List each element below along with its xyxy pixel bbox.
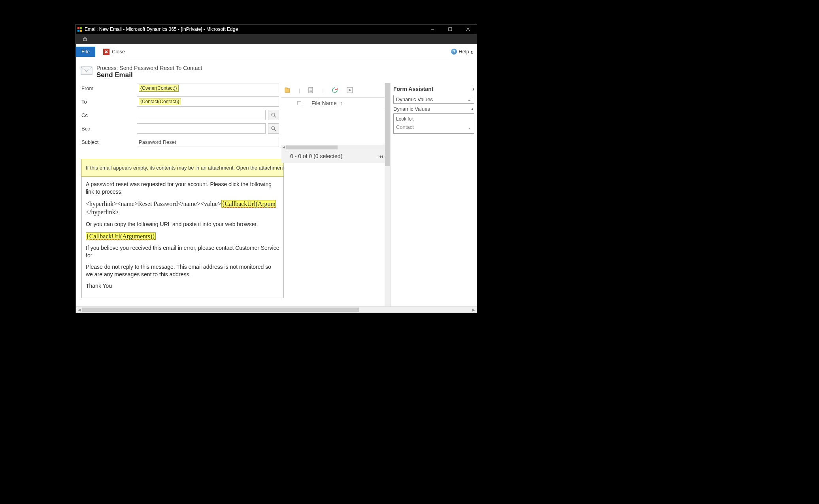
attachments-column: | | File Name ↑ ◀ <box>281 83 391 306</box>
process-title: Process: Send Password Reset To Contact <box>96 65 202 71</box>
from-field[interactable]: {Owner(Contact)} <box>137 83 279 93</box>
body-p6: Please do not reply to this message. Thi… <box>86 263 279 278</box>
email-body[interactable]: A password reset was requested for your … <box>81 177 284 298</box>
chevron-right-icon: › <box>472 85 474 92</box>
svg-rect-13 <box>285 88 287 89</box>
svg-point-10 <box>272 126 275 130</box>
subject-label: Subject <box>81 139 137 145</box>
from-label: From <box>81 85 137 91</box>
attach-new-button[interactable] <box>284 86 292 94</box>
attachments-toolbar: | | <box>281 83 391 97</box>
filename-column[interactable]: File Name <box>311 100 337 106</box>
cc-lookup-button[interactable] <box>268 110 279 120</box>
subject-input[interactable] <box>139 139 277 145</box>
scroll-left-icon[interactable]: ◀ <box>76 307 82 313</box>
chevron-down-icon: ▾ <box>471 50 473 54</box>
scroll-thumb[interactable] <box>286 145 338 149</box>
page-first-icon[interactable]: ⏮ <box>378 153 383 159</box>
to-label: To <box>81 99 137 105</box>
mid-vscroll[interactable] <box>385 83 391 306</box>
mid-scroll-thumb[interactable] <box>385 83 390 166</box>
filelist-hscroll[interactable]: ◀ <box>281 145 391 149</box>
attachment-notice: If this email appears empty, its content… <box>81 159 284 177</box>
filelist-body <box>281 109 391 145</box>
body-p1: A password reset was requested for your … <box>86 181 279 196</box>
checkbox-icon[interactable] <box>297 101 301 105</box>
security-bar <box>76 34 477 44</box>
cc-label: Cc <box>81 112 137 118</box>
help-label: Help <box>459 49 469 55</box>
close-icon <box>103 49 109 55</box>
scroll-thumb[interactable] <box>82 308 359 312</box>
from-token: {Owner(Contact)} <box>139 85 179 92</box>
attach-run-button[interactable] <box>346 86 354 94</box>
svg-rect-4 <box>83 38 87 41</box>
search-icon <box>271 112 276 118</box>
bcc-label: Bcc <box>81 126 137 132</box>
callback-token-1: {CallbackUrl(Argum <box>221 200 276 208</box>
svg-rect-1 <box>449 28 452 31</box>
sort-asc-icon: ↑ <box>340 100 343 106</box>
close-label: Close <box>112 49 125 55</box>
page-title: Send Email <box>96 71 202 79</box>
to-field[interactable]: {Contact(Contact)} <box>137 96 279 107</box>
cc-field[interactable] <box>137 110 266 120</box>
lock-icon <box>82 36 88 43</box>
body-token-line: {CallbackUrl(Arguments)} <box>86 232 279 241</box>
form-assistant-header[interactable]: Form Assistant › <box>393 85 474 95</box>
minimize-button[interactable] <box>423 25 441 34</box>
form-body: From {Owner(Contact)} To {Contact(Contac… <box>76 83 477 306</box>
file-button[interactable]: File <box>76 47 95 57</box>
subject-field[interactable] <box>137 137 279 147</box>
lookfor-label: Look for: <box>396 116 472 122</box>
chevron-down-icon: ⌄ <box>467 96 472 102</box>
lookfor-select[interactable]: Contact ⌄ <box>396 123 472 131</box>
bcc-lookup-button[interactable] <box>268 123 279 134</box>
svg-point-8 <box>272 113 275 116</box>
app-logo-icon <box>77 27 82 32</box>
close-button[interactable]: Close <box>103 49 125 55</box>
filelist-header[interactable]: File Name ↑ <box>281 97 391 109</box>
help-button[interactable]: ? Help ▾ <box>451 49 473 55</box>
attach-template-button[interactable] <box>307 86 315 94</box>
svg-line-9 <box>274 116 276 117</box>
menu-bar: File Close ? Help ▾ <box>76 44 477 59</box>
chevron-down-icon: ⌄ <box>467 124 472 130</box>
help-icon: ? <box>451 49 457 55</box>
svg-line-11 <box>274 129 276 131</box>
callback-token-2: {CallbackUrl(Arguments)} <box>86 232 156 240</box>
svg-marker-19 <box>349 89 351 92</box>
dynamic-values-section[interactable]: Dynamic Values ▲ <box>393 104 474 113</box>
bcc-field[interactable] <box>137 123 266 134</box>
scroll-right-icon[interactable]: ▶ <box>470 307 477 313</box>
window-hscroll[interactable]: ◀ ▶ <box>76 306 477 313</box>
maximize-button[interactable] <box>441 25 459 34</box>
form-assistant-panel: Form Assistant › Dynamic Values ⌄ Dynami… <box>391 83 477 306</box>
to-token: {Contact(Contact)} <box>139 98 181 105</box>
body-p7: Thank You <box>86 282 279 290</box>
lookfor-box: Look for: Contact ⌄ <box>393 113 474 134</box>
window-title: Email: New Email - Microsoft Dynamics 36… <box>85 26 423 32</box>
fields-column: From {Owner(Contact)} To {Contact(Contac… <box>76 83 281 306</box>
collapse-up-icon: ▲ <box>470 107 474 111</box>
title-bar: Email: New Email - Microsoft Dynamics 36… <box>76 25 477 34</box>
scroll-left-icon[interactable]: ◀ <box>281 145 286 149</box>
app-window: Email: New Email - Microsoft Dynamics 36… <box>75 24 477 313</box>
page-header: Process: Send Password Reset To Contact … <box>76 59 477 83</box>
close-window-button[interactable] <box>459 25 477 34</box>
body-p3: Or you can copy the following URL and pa… <box>86 221 279 228</box>
filelist-count: 0 - 0 of 0 (0 selected) <box>290 153 342 159</box>
filelist-footer: 0 - 0 of 0 (0 selected) ⏮ ◀ <box>281 149 391 163</box>
mail-icon <box>81 66 92 75</box>
search-icon <box>271 126 276 131</box>
body-hyperlink-line: <hyperlink><name>Reset Password</name><v… <box>86 200 279 217</box>
body-p5: If you believe you received this email i… <box>86 244 279 259</box>
attach-refresh-button[interactable] <box>331 86 339 94</box>
assistant-mode-select[interactable]: Dynamic Values ⌄ <box>393 95 474 104</box>
